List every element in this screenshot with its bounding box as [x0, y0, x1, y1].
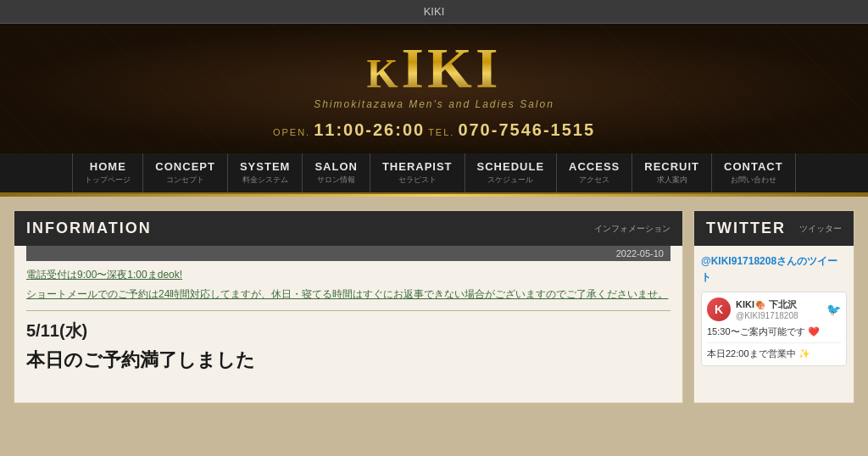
twitter-tweet-2: 本日22:00まで営業中 ✨ [707, 347, 841, 361]
twitter-feed-link[interactable]: @KIKI91718208さんのツイート [701, 255, 837, 283]
twitter-section: TWITTER ツイッター @KIKI91718208さんのツイート K KIK… [693, 210, 854, 403]
twitter-bird-icon: 🐦 [826, 303, 841, 316]
open-hours: 11:00-26:00 [314, 120, 425, 139]
logo-wrap: KIKI Shimokitazawa Men's and Ladies Salo… [0, 39, 868, 140]
info-date-heading: 5/11(水) [26, 320, 670, 342]
twitter-user-name: KIKI🍖 下北沢 [736, 298, 821, 311]
info-link-2[interactable]: ショートメールでのご予約は24時間対応してますが、休日・寝てる時間はすぐにお返事… [26, 287, 670, 302]
twitter-card-header: K KIKI🍖 下北沢 @KIKI91718208 🐦 [707, 298, 841, 321]
information-section: INFORMATION インフォメーション 2022-05-10 電話受付は9:… [14, 210, 683, 403]
twitter-tweet-divider [707, 342, 841, 343]
nav-home[interactable]: HOME トップページ [72, 153, 143, 192]
nav-recruit[interactable]: RECRUIT 求人案内 [632, 153, 712, 192]
twitter-body: @KIKI91718208さんのツイート K KIKI🍖 下北沢 @KIKI91… [694, 246, 854, 373]
twitter-feed-link-wrap: @KIKI91718208さんのツイート [701, 253, 847, 285]
nav-salon[interactable]: SALON サロン情報 [303, 153, 370, 192]
information-body: 2022-05-10 電話受付は9:00〜深夜1:00まdeok! ショートメー… [14, 246, 682, 385]
info-date-bar: 2022-05-10 [26, 246, 670, 261]
information-title: INFORMATION [26, 220, 152, 237]
main-content: INFORMATION インフォメーション 2022-05-10 電話受付は9:… [0, 197, 868, 417]
logo-subtitle: Shimokitazawa Men's and Ladies Salon [0, 98, 868, 110]
information-title-jp: インフォメーション [594, 223, 670, 235]
twitter-user-handle: @KIKI91718208 [736, 311, 821, 320]
twitter-title-jp: ツイッター [799, 223, 842, 235]
twitter-avatar: K [707, 298, 731, 321]
twitter-tweet-1: 15:30〜ご案内可能です ❤️ [707, 325, 841, 339]
tel-label: TEL. [428, 127, 454, 137]
twitter-card: K KIKI🍖 下北沢 @KIKI91718208 🐦 15:30〜ご案内可能で… [701, 292, 847, 366]
tel-number: 070-7546-1515 [458, 120, 595, 139]
browser-title-bar: KIKI [0, 0, 868, 24]
nav-concept[interactable]: CONCEPT コンセプト [143, 153, 228, 192]
nav-therapist[interactable]: THERAPIST セラピスト [370, 153, 465, 192]
nav-access[interactable]: ACCESS アクセス [557, 153, 632, 192]
nav-schedule[interactable]: SCHEDULE スケジュール [465, 153, 558, 192]
main-navigation: HOME トップページ CONCEPT コンセプト SYSTEM 料金システム … [0, 153, 868, 194]
twitter-handle-wrap: KIKI🍖 下北沢 @KIKI91718208 [736, 298, 821, 320]
nav-contact[interactable]: CONTACT お問い合わせ [712, 153, 796, 192]
twitter-header: TWITTER ツイッター [694, 211, 854, 246]
site-header: KIKI Shimokitazawa Men's and Ladies Salo… [0, 24, 868, 153]
page-title: KIKI [424, 5, 445, 18]
open-label: OPEN. [273, 127, 310, 137]
open-info: OPEN.11:00-26:00TEL.070-7546-1515 [0, 120, 868, 140]
site-logo: KIKI [0, 39, 868, 97]
twitter-title: TWITTER [706, 220, 786, 237]
information-header: INFORMATION インフォメーション [14, 211, 682, 246]
nav-system[interactable]: SYSTEM 料金システム [228, 153, 303, 192]
info-link-1[interactable]: 電話受付は9:00〜深夜1:00まdeok! [26, 268, 670, 282]
info-main-text: 本日のご予約満了しました [26, 348, 670, 373]
info-divider [26, 310, 670, 311]
